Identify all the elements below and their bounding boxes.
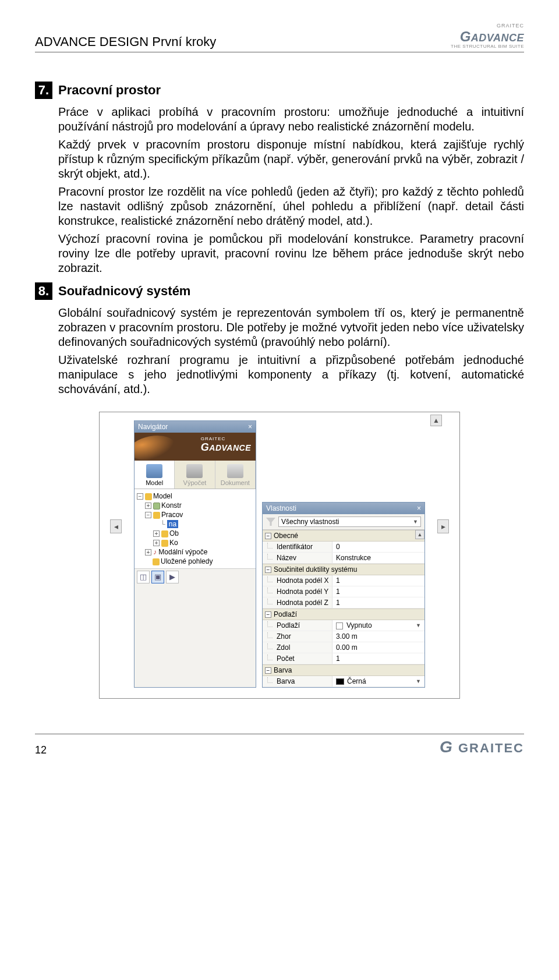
model-icon — [146, 464, 162, 478]
grid-row-podlazi: Podlaží Vypnuto ▼ — [263, 620, 424, 631]
grid-section-barva[interactable]: −Barva — [263, 664, 424, 676]
tree-item-saved-views[interactable]: Uložené pohledy — [137, 557, 253, 566]
section-8-heading: Souřadnicový systém — [58, 282, 524, 300]
tree-toolbar: ◫ ▣ ▶ — [135, 568, 256, 585]
properties-filter-row: Všechny vlastnosti ▼ — [263, 514, 424, 530]
close-icon[interactable]: × — [248, 423, 252, 431]
header-title: ADVANCE DESIGN První kroky — [35, 34, 216, 49]
tree-item-selected[interactable]: └ na — [137, 519, 253, 529]
grid-row-barva: Barva Černá ▼ — [263, 676, 424, 687]
tree-root[interactable]: −Model — [137, 491, 253, 501]
grid-row-pocet: Počet 1 — [263, 653, 424, 664]
header-logo: GRAITEC GADVANCE THE STRUCTURAL BIM SUIT… — [451, 23, 524, 49]
toolbar-btn-1[interactable]: ◫ — [137, 571, 150, 583]
tree-item-konstr[interactable]: +Konstr — [137, 501, 253, 510]
toolbar-btn-2[interactable]: ▣ — [151, 571, 164, 583]
page-number: 12 — [35, 744, 47, 756]
value-hodnotax[interactable]: 1 — [332, 575, 424, 586]
section-8-para-1: Globální souřadnicový systém je reprezen… — [58, 306, 524, 349]
grid-row-nazev: Název Konstrukce — [263, 553, 424, 564]
navigator-title-text: Navigátor — [138, 423, 168, 431]
logo-brand-text: GADVANCE — [451, 29, 524, 44]
color-swatch-icon — [336, 678, 344, 685]
checkbox-off-icon[interactable] — [336, 622, 343, 629]
navigator-titlebar[interactable]: Navigátor × — [135, 421, 256, 433]
section-7: 7. Pracovní prostor Práce v aplikaci pro… — [35, 82, 524, 279]
section-7-para-4: Výchozí pracovní rovina je pomůckou při … — [58, 232, 524, 275]
filter-icon[interactable] — [266, 518, 275, 526]
ui-figure: ▲ ◂ Navigátor × GRAITEC GADVANCE — [99, 412, 460, 699]
navigator-tabs: Model Výpočet Dokument — [135, 461, 256, 489]
nav-logo-small: GRAITEC — [201, 436, 251, 441]
properties-filter-select[interactable]: Všechny vlastnosti ▼ — [278, 516, 421, 527]
toolbar-btn-3[interactable]: ▶ — [166, 571, 179, 583]
chevron-down-icon: ▼ — [416, 622, 421, 628]
section-7-para-1: Práce v aplikaci probíhá v pracovním pro… — [58, 105, 524, 134]
close-icon[interactable]: × — [417, 504, 421, 512]
grid-row-hodnotaz: Hodnota podél Z 1 — [263, 597, 424, 608]
value-identifikator[interactable]: 0 — [332, 542, 424, 552]
grid-section-soucinitel[interactable]: −Součinitel duktility systému — [263, 564, 424, 575]
section-7-heading: Pracovní prostor — [58, 82, 524, 99]
scroll-right-icon[interactable]: ▸ — [437, 519, 449, 533]
grid-row-hodnotay: Hodnota podél Y 1 — [263, 586, 424, 597]
properties-title-text: Vlastnosti — [266, 504, 296, 512]
footer-logo: G GRAITEC — [440, 738, 524, 756]
tree-item-ob[interactable]: +Ob — [137, 529, 253, 538]
nav-logo-brand: GADVANCE — [201, 441, 251, 454]
value-podlazi[interactable]: Vypnuto ▼ — [332, 620, 424, 631]
document-icon — [227, 464, 243, 478]
tree-item-modal[interactable]: +♪ Modální výpoče — [137, 547, 253, 557]
value-barva[interactable]: Černá ▼ — [332, 676, 424, 687]
page-footer: 12 G GRAITEC — [35, 734, 524, 756]
tree-item-ko[interactable]: +Ko — [137, 538, 253, 547]
properties-titlebar[interactable]: Vlastnosti × — [263, 503, 424, 514]
grid-row-zdol: Zdol 0.00 m — [263, 642, 424, 653]
chevron-down-icon: ▼ — [416, 678, 421, 684]
section-number-7: 7. — [35, 82, 52, 99]
section-8-para-2: Uživatelské rozhraní programu je intuiti… — [58, 353, 524, 397]
grid-section-podlazi[interactable]: −Podlaží — [263, 608, 424, 620]
value-pocet[interactable]: 1 — [332, 653, 424, 664]
tree-item-pracov[interactable]: −Pracov — [137, 510, 253, 519]
value-zdol[interactable]: 0.00 m — [332, 642, 424, 653]
properties-grid: ▲ −Obecné Identifikátor 0 Název Konstruk… — [263, 530, 424, 687]
grid-row-zhor: Zhor 3.00 m — [263, 631, 424, 642]
page-header: ADVANCE DESIGN První kroky GRAITEC GADVA… — [35, 23, 524, 52]
value-hodnotay[interactable]: 1 — [332, 586, 424, 597]
calc-icon — [186, 464, 203, 478]
tab-model[interactable]: Model — [135, 461, 175, 489]
navigator-logo: GRAITEC GADVANCE — [135, 433, 256, 461]
scroll-left-icon[interactable]: ◂ — [110, 519, 122, 533]
chevron-down-icon: ▼ — [413, 519, 418, 525]
scroll-up-icon[interactable]: ▲ — [430, 415, 442, 426]
section-7-para-2: Každý prvek v pracovním prostoru disponu… — [58, 137, 524, 181]
section-8: 8. Souřadnicový systém Globální souřadni… — [35, 282, 524, 400]
value-nazev[interactable]: Konstrukce — [332, 553, 424, 563]
grid-section-obecne[interactable]: −Obecné — [263, 530, 424, 542]
grid-row-identifikator: Identifikátor 0 — [263, 542, 424, 553]
value-hodnotaz[interactable]: 1 — [332, 597, 424, 608]
section-number-8: 8. — [35, 282, 52, 300]
logo-tagline: THE STRUCTURAL BIM SUITE — [451, 44, 524, 49]
value-zhor[interactable]: 3.00 m — [332, 631, 424, 642]
model-tree[interactable]: −Model +Konstr −Pracov └ na +Ob +Ko +♪ M… — [135, 489, 256, 568]
properties-panel: Vlastnosti × Všechny vlastnosti ▼ ▲ — [262, 502, 425, 688]
grid-row-hodnotax: Hodnota podél X 1 — [263, 575, 424, 586]
grid-scroll-up-icon[interactable]: ▲ — [415, 530, 424, 539]
tab-calc[interactable]: Výpočet — [175, 461, 215, 489]
navigator-panel: Navigátor × GRAITEC GADVANCE — [134, 420, 256, 688]
tab-document[interactable]: Dokument — [215, 461, 256, 489]
section-7-para-3: Pracovní prostor lze rozdělit na více po… — [58, 185, 524, 228]
